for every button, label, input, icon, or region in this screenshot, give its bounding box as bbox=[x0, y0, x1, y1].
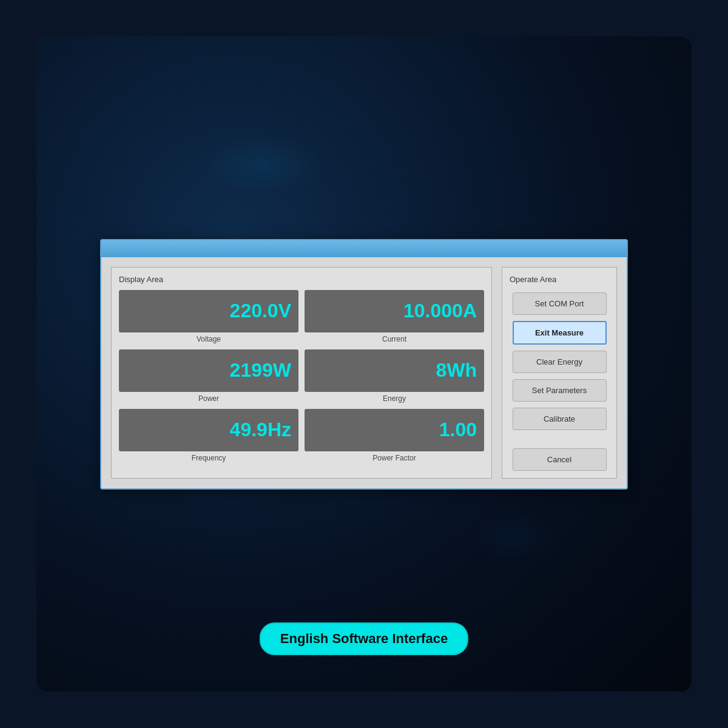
outer-frame: Display Area 220.0V Voltage 10.000A Curr… bbox=[36, 36, 692, 692]
calibrate-button[interactable]: Calibrate bbox=[513, 408, 607, 430]
title-bar bbox=[101, 240, 627, 257]
cancel-button[interactable]: Cancel bbox=[513, 448, 607, 471]
app-window: Display Area 220.0V Voltage 10.000A Curr… bbox=[100, 239, 628, 490]
window-content: Display Area 220.0V Voltage 10.000A Curr… bbox=[101, 257, 627, 488]
set-parameters-button[interactable]: Set Parameters bbox=[513, 379, 607, 402]
operate-area-label: Operate Area bbox=[510, 275, 609, 284]
display-area: Display Area 220.0V Voltage 10.000A Curr… bbox=[111, 267, 492, 479]
exit-measure-button[interactable]: Exit Measure bbox=[513, 321, 607, 345]
metric-group-frequency: 49.9Hz Frequency bbox=[119, 409, 298, 462]
set-com-port-button[interactable]: Set COM Port bbox=[513, 292, 607, 315]
frequency-label: Frequency bbox=[192, 454, 226, 462]
metric-group-power-factor: 1.00 Power Factor bbox=[305, 409, 484, 462]
current-value: 10.000A bbox=[403, 300, 477, 322]
voltage-value: 220.0V bbox=[230, 300, 291, 322]
current-display: 10.000A bbox=[305, 290, 484, 332]
voltage-display: 220.0V bbox=[119, 290, 298, 332]
power-value: 2199W bbox=[230, 359, 291, 382]
energy-value: 8Wh bbox=[436, 359, 477, 382]
metrics-grid: 220.0V Voltage 10.000A Current 2199W bbox=[119, 290, 484, 462]
energy-display: 8Wh bbox=[305, 349, 484, 392]
frequency-display: 49.9Hz bbox=[119, 409, 298, 451]
power-factor-label: Power Factor bbox=[372, 454, 416, 462]
frequency-value: 49.9Hz bbox=[230, 419, 291, 441]
energy-label: Energy bbox=[383, 394, 406, 403]
clear-energy-button[interactable]: Clear Energy bbox=[513, 351, 607, 373]
metric-group-voltage: 220.0V Voltage bbox=[119, 290, 298, 343]
metric-group-power: 2199W Power bbox=[119, 349, 298, 403]
power-factor-display: 1.00 bbox=[305, 409, 484, 451]
current-label: Current bbox=[382, 335, 406, 343]
power-label: Power bbox=[198, 394, 219, 403]
metric-group-current: 10.000A Current bbox=[305, 290, 484, 343]
power-display: 2199W bbox=[119, 349, 298, 392]
english-label: English Software Interface bbox=[260, 622, 468, 655]
button-group: Set COM Port Exit Measure Clear Energy S… bbox=[510, 292, 609, 471]
power-factor-value: 1.00 bbox=[439, 419, 477, 441]
display-area-label: Display Area bbox=[119, 275, 484, 284]
metric-group-energy: 8Wh Energy bbox=[305, 349, 484, 403]
voltage-label: Voltage bbox=[197, 335, 221, 343]
operate-area: Operate Area Set COM Port Exit Measure C… bbox=[502, 267, 617, 479]
bottom-label-container: English Software Interface bbox=[260, 622, 468, 655]
